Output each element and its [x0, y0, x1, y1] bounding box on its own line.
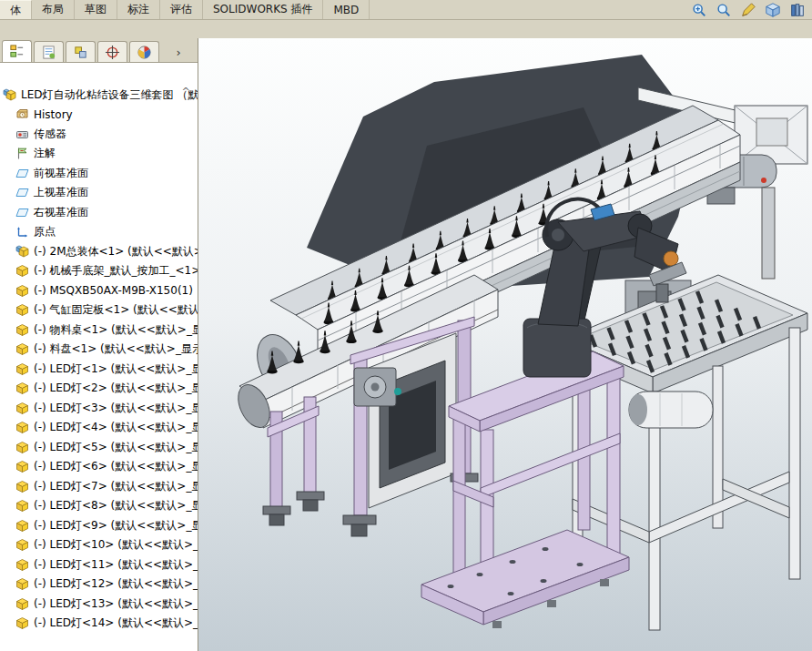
panel-overflow-chevron[interactable]: ›: [170, 42, 187, 62]
tree-item-label: (-) LED灯<12> (默认<<默认>_!: [34, 576, 198, 592]
tree-item-label: 注解: [34, 146, 56, 161]
tree-item-label: (-) LED灯<6> (默认<<默认>_显: [34, 459, 198, 474]
part-icon: [15, 519, 29, 533]
tree-item[interactable]: (-) 物料桌<1> (默认<<默认>_显示: [0, 320, 198, 341]
tree-item[interactable]: 前视基准面: [0, 164, 198, 184]
displaymanager-tab[interactable]: [129, 41, 159, 62]
tree-item[interactable]: History: [0, 105, 198, 125]
tree-item[interactable]: (-) LED灯<3> (默认<<默认>_显: [0, 399, 198, 419]
tree-item[interactable]: (-) 气缸固定板<1> (默认<<默认: [0, 300, 198, 320]
tree-item[interactable]: (-) 机械手底架_默认_按加工_<1>: [0, 261, 198, 281]
tree-item[interactable]: (-) LED灯<8> (默认<<默认>_显: [0, 496, 198, 516]
feature-tree-area: LED灯自动化粘结设备三维套图 （默认 ^ History传感器注解前视基准面上…: [0, 62, 198, 651]
tree-item-label: (-) MSQXB50AX-M9B-X150(1): [34, 284, 193, 297]
tree-scroll-up-button[interactable]: ^: [179, 86, 192, 99]
zoom-to-fit-icon[interactable]: [689, 1, 709, 18]
tree-item[interactable]: (-) LED灯<13> (默认<<默认>_!: [0, 595, 198, 615]
tree-root-assembly[interactable]: LED灯自动化粘结设备三维套图 （默认: [0, 85, 198, 105]
configurationmanager-tab[interactable]: [66, 41, 96, 62]
tree-item-label: 右视基准面: [34, 205, 88, 220]
tree-item[interactable]: (-) LED灯<6> (默认<<默认>_显: [0, 457, 198, 477]
tree-item-label: (-) LED灯<4> (默认<<默认>_显: [34, 420, 198, 435]
part-icon: [15, 264, 29, 278]
tree-item[interactable]: (-) 料盘<1> (默认<<默认>_显示: [0, 340, 198, 360]
ribbon-tab[interactable]: 标注: [117, 0, 160, 19]
tree-root-label: LED灯自动化粘结设备三维套图 （默认: [21, 87, 198, 103]
part-icon: [15, 499, 29, 513]
tree-item-label: (-) LED灯<14> (默认<<默认>_!: [34, 615, 198, 631]
ribbon-tab[interactable]: 评估: [160, 0, 203, 19]
tree-item-label: (-) LED灯<3> (默认<<默认>_显: [34, 401, 198, 416]
panel-tabs: ›: [0, 38, 198, 62]
tree-item[interactable]: 注解: [0, 144, 198, 164]
tree-item-label: (-) 料盘<1> (默认<<默认>_显示: [34, 341, 198, 357]
tree-item-label: (-) LED灯<9> (默认<<默认>_显: [34, 518, 198, 534]
part-icon: [15, 441, 29, 454]
search-icon[interactable]: [714, 1, 734, 18]
tree-item-label: 传感器: [34, 127, 66, 142]
tree-item[interactable]: (-) LED灯<14> (默认<<默认>_!: [0, 614, 198, 634]
part-icon: [15, 381, 29, 395]
history-icon: [15, 107, 29, 121]
tree-item[interactable]: (-) LED灯<2> (默认<<默认>_显: [0, 379, 198, 399]
tree-item[interactable]: (-) 2M总装体<1> (默认<<默认>_显: [0, 242, 198, 262]
tree-item[interactable]: 原点: [0, 222, 198, 242]
tree-item[interactable]: 右视基准面: [0, 203, 198, 223]
solidworks-window: 体布局草图标注评估SOLIDWORKS 插件MBD › LED灯自动化粘结设备三…: [0, 0, 812, 651]
tree-item-label: (-) 气缸固定板<1> (默认<<默认: [34, 302, 198, 318]
plane-icon: [15, 186, 29, 199]
plane-icon: [15, 167, 29, 180]
ribbon-tab[interactable]: MBD: [323, 0, 370, 19]
part-icon: [15, 597, 29, 611]
part-icon: [15, 402, 29, 415]
quick-access-icons: [689, 0, 812, 19]
tree-item-label: History: [34, 108, 73, 121]
tree-item[interactable]: (-) LED灯<11> (默认<<默认>_!: [0, 555, 198, 575]
sensor-icon: [15, 127, 29, 141]
tree-item-label: (-) LED灯<5> (默认<<默认>_显: [34, 440, 198, 455]
part-icon: [15, 538, 29, 552]
tree-item[interactable]: (-) LED灯<4> (默认<<默认>_显: [0, 418, 198, 438]
tree-item-label: 上视基准面: [34, 185, 88, 200]
ribbon-tab[interactable]: 布局: [32, 0, 75, 19]
tree-item[interactable]: (-) LED灯<7> (默认<<默认>_显: [0, 477, 198, 497]
tree-item-label: (-) LED灯<7> (默认<<默认>_显: [34, 479, 198, 494]
part-icon: [15, 616, 29, 630]
tree-item-label: (-) LED灯<8> (默认<<默认>_显: [34, 498, 198, 514]
tree-item[interactable]: (-) MSQXB50AX-M9B-X150(1): [0, 281, 198, 301]
part-icon: [15, 323, 29, 337]
tree-item-label: (-) 机械手底架_默认_按加工_<1>: [34, 263, 198, 279]
feature-manager-panel: › LED灯自动化粘结设备三维套图 （默认 ^ History传感器注解前视基准…: [0, 38, 198, 651]
tree-item[interactable]: 上视基准面: [0, 183, 198, 203]
tree-item-label: (-) 2M总装体<1> (默认<<默认>_显: [34, 244, 198, 259]
view-cube-icon[interactable]: [763, 1, 783, 18]
ribbon-tab[interactable]: 草图: [75, 0, 117, 19]
markup-icon[interactable]: [738, 1, 758, 18]
featuremanager-tab[interactable]: [2, 40, 32, 62]
tree-item[interactable]: (-) LED灯<5> (默认<<默认>_显: [0, 438, 198, 458]
tree-item-label: (-) 物料桌<1> (默认<<默认>_显示: [34, 322, 198, 338]
tree-item[interactable]: (-) LED灯<10> (默认<<默认>_!: [0, 535, 198, 555]
part-icon: [15, 342, 29, 356]
command-manager-strip: [0, 20, 812, 38]
graphics-viewport[interactable]: [198, 38, 812, 651]
tree-item[interactable]: (-) LED灯<1> (默认<<默认>_显: [0, 360, 198, 380]
part-icon: [15, 480, 29, 493]
ribbon-tabs: 体布局草图标注评估SOLIDWORKS 插件MBD: [0, 0, 370, 19]
tree-item-label: (-) LED灯<13> (默认<<默认>_!: [34, 596, 198, 612]
ribbon-tab[interactable]: SOLIDWORKS 插件: [203, 0, 323, 19]
part-icon: [15, 460, 29, 473]
design-library-icon[interactable]: [787, 1, 807, 18]
origin-icon: [15, 225, 29, 239]
tree-item[interactable]: 传感器: [0, 125, 198, 145]
tree-item-label: (-) LED灯<10> (默认<<默认>_!: [34, 537, 198, 553]
dimxpertmanager-tab[interactable]: [97, 41, 127, 62]
ribbon-tab[interactable]: 体: [0, 0, 32, 19]
tree-item[interactable]: (-) LED灯<9> (默认<<默认>_显: [0, 516, 198, 536]
tree-item[interactable]: (-) LED灯<12> (默认<<默认>_!: [0, 575, 198, 595]
assembly-icon: [15, 245, 29, 259]
propertymanager-tab[interactable]: [34, 41, 64, 62]
tree-item-label: (-) LED灯<1> (默认<<默认>_显: [34, 361, 198, 377]
feature-tree: History传感器注解前视基准面上视基准面右视基准面原点(-) 2M总装体<1…: [0, 105, 198, 634]
part-icon: [15, 558, 29, 572]
